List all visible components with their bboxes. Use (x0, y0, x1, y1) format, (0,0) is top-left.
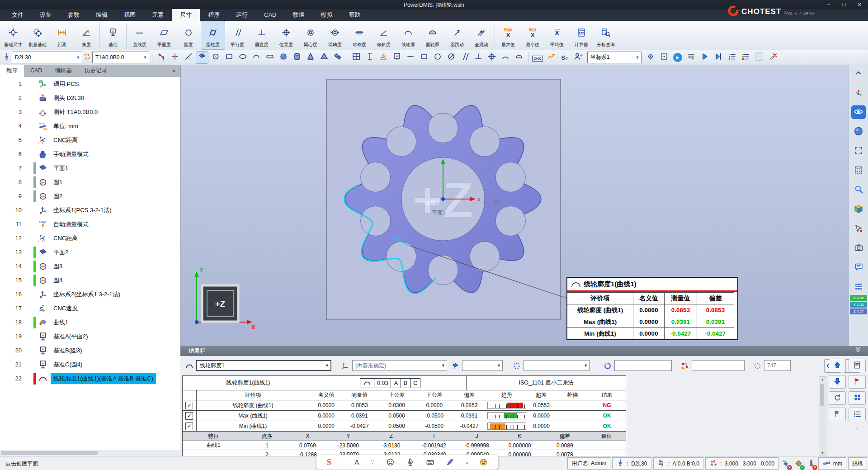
collapse-results-icon[interactable] (854, 346, 862, 356)
grid4-button[interactable] (849, 391, 866, 405)
construct-arc2-button[interactable] (499, 51, 512, 64)
menu-item-CAD[interactable]: CAD (256, 9, 284, 21)
report-list-button[interactable] (726, 51, 738, 64)
ribbon-tool-批量基础[interactable]: 批量基础 (25, 21, 50, 50)
ribbon-tool-同心度[interactable]: 同心度 (298, 21, 323, 50)
construct-perpendicular2-button[interactable] (472, 51, 485, 64)
element-probe-build-button[interactable] (155, 51, 168, 64)
frame-button[interactable] (851, 144, 866, 158)
sidebar-collapse-button[interactable]: « (172, 65, 176, 77)
ribbon-tool-圆柱度[interactable]: 圆柱度 (201, 21, 225, 50)
eval-checkbox[interactable]: ✓ (185, 412, 193, 420)
element-circle-button[interactable] (209, 51, 222, 64)
sogou-s-icon[interactable]: S (327, 457, 332, 467)
calibration-ok-button[interactable]: ✓ (793, 458, 804, 469)
play-button[interactable]: ▶ (671, 51, 684, 64)
tree-row-21[interactable]: 21 A 基准C(圆4) (0, 357, 180, 371)
csys-select[interactable]: 坐标系1▼ (587, 52, 642, 63)
ribbon-tool-角度[interactable]: θ角度 (74, 21, 99, 50)
tree-row-10[interactable]: 10 坐标系1(PCS 3-2-1法) (0, 203, 180, 217)
close-button[interactable]: ✕ (852, 0, 867, 9)
construct-rectangle2-button[interactable] (418, 51, 430, 64)
eval-checkbox[interactable]: ✓ (185, 423, 193, 430)
element-plane-grid-button[interactable] (196, 51, 208, 64)
report-list2-button[interactable] (739, 51, 752, 64)
tree-row-5[interactable]: 5 CNC距离 (0, 133, 180, 147)
ribbon-tool-线轮廓[interactable]: 线轮廓 (396, 21, 420, 50)
menu-item-程序[interactable]: 程序 (200, 9, 228, 21)
tab-编辑器[interactable]: 编辑器 (48, 65, 78, 77)
construct-delta-datum-button[interactable]: A (377, 51, 390, 64)
element-arc-slot-button[interactable] (250, 51, 263, 64)
evaluation-select[interactable]: 线轮廓度1▼ (196, 360, 331, 371)
pointer-button[interactable] (851, 222, 866, 236)
blank-button[interactable] (753, 51, 765, 64)
element-line-button[interactable] (182, 51, 195, 64)
smiley-icon[interactable] (386, 458, 395, 466)
ribbon-tool-分析查询[interactable]: 分析查询 (594, 21, 618, 50)
construct-parallel2-button[interactable] (458, 51, 471, 64)
diamond-target-button[interactable] (644, 51, 657, 64)
grid-button[interactable] (851, 280, 866, 294)
tree-row-3[interactable]: 3 测针 T1A0.0B0.0 (0, 105, 180, 119)
ribbon-tool-对称度[interactable]: 对称度 (347, 21, 372, 50)
ribbon-tool-圆度[interactable]: 圆度 (176, 21, 201, 50)
probe-select[interactable]: D2L30▼ (12, 52, 82, 63)
report-list-button[interactable] (849, 408, 866, 421)
eval-checkbox[interactable]: ✓ (185, 402, 193, 409)
ribbon-tool-同轴度[interactable]: 同轴度 (323, 21, 347, 50)
program-list-button[interactable] (685, 51, 698, 64)
construct-slot2-button[interactable] (513, 51, 525, 64)
mic-icon[interactable] (406, 458, 415, 466)
refresh-button[interactable] (829, 391, 846, 405)
cube-button[interactable] (851, 203, 866, 216)
element-cylinder-button[interactable] (291, 51, 303, 64)
tree-row-9[interactable]: 9 圆2 (0, 189, 180, 203)
circle-field[interactable] (614, 360, 672, 371)
results-vscrollbar[interactable]: ▲▼ (819, 376, 826, 456)
points-box-button[interactable] (851, 164, 866, 177)
menu-item-运行[interactable]: 运行 (228, 9, 256, 21)
element-rectangle-button[interactable] (223, 51, 236, 64)
tree-row-16[interactable]: 16 坐标系2(坐标系1 3-2-1法) (0, 287, 180, 301)
arrow-down-button[interactable] (829, 375, 846, 389)
tree-row-6[interactable]: 6 手动测量模式 (0, 147, 180, 161)
tree-row-14[interactable]: 14 圆3 (0, 259, 180, 273)
tree-row-19[interactable]: 19 A 基准A(平面2) (0, 329, 180, 343)
element-cone-button[interactable] (304, 51, 317, 64)
tree-row-13[interactable]: 13 平面2 (0, 245, 180, 259)
element-point-button[interactable] (169, 51, 181, 64)
temperature-off-button[interactable]: ✕ (806, 458, 816, 469)
step-run-button[interactable] (712, 51, 725, 64)
list-page-button[interactable] (849, 359, 866, 372)
letter-a-icon[interactable]: A (354, 458, 359, 466)
dashed-target-button[interactable] (658, 51, 670, 64)
menu-item-编辑[interactable]: 编辑 (88, 9, 116, 21)
flag-red-button[interactable] (849, 375, 866, 389)
cnc-mode-button[interactable]: CNC (531, 51, 544, 64)
stylus-select[interactable]: T1A0.0B0.0▼ (92, 52, 149, 63)
tree-row-11[interactable]: 11 CNC 自动测量模式 (0, 217, 180, 231)
ribbon-tool-平行度[interactable]: 平行度 (225, 21, 250, 50)
ribbon-tool-平均值[interactable]: X平均值 (545, 21, 569, 50)
dots-icon[interactable]: ∵ (370, 459, 374, 465)
face-icon[interactable] (479, 458, 488, 466)
tree-row-12[interactable]: 12 CNC距离 (0, 231, 180, 245)
ribbon-tool-直线度[interactable]: 直线度 (127, 21, 152, 50)
stylus-swap-icon[interactable] (83, 52, 91, 62)
chat-button[interactable] (851, 261, 866, 275)
eye-button[interactable] (851, 105, 866, 119)
ribbon-tool-基础尺寸[interactable]: 基础尺寸 (1, 21, 25, 50)
tree-row-22[interactable]: 22 线轮廓度1(曲线1)(基准A 基准B 基准C) (0, 371, 180, 385)
plane-select[interactable]: ▼ (462, 360, 503, 371)
tree-row-2[interactable]: 2 测头 D2L30 (0, 91, 180, 105)
element-sphere-button[interactable] (277, 51, 290, 64)
flag-blue-button[interactable] (829, 408, 846, 421)
ribbon-tool-垂直度[interactable]: 垂直度 (250, 21, 274, 50)
probe-field[interactable] (692, 360, 745, 371)
sphere-button[interactable] (851, 125, 866, 138)
tree-row-17[interactable]: 17 Sν CNC速度 (0, 301, 180, 315)
tree-row-1[interactable]: 1 调用:PCS (0, 77, 180, 91)
tab-CAD[interactable]: CAD (24, 65, 48, 77)
chevron-up-button[interactable] (851, 66, 866, 80)
